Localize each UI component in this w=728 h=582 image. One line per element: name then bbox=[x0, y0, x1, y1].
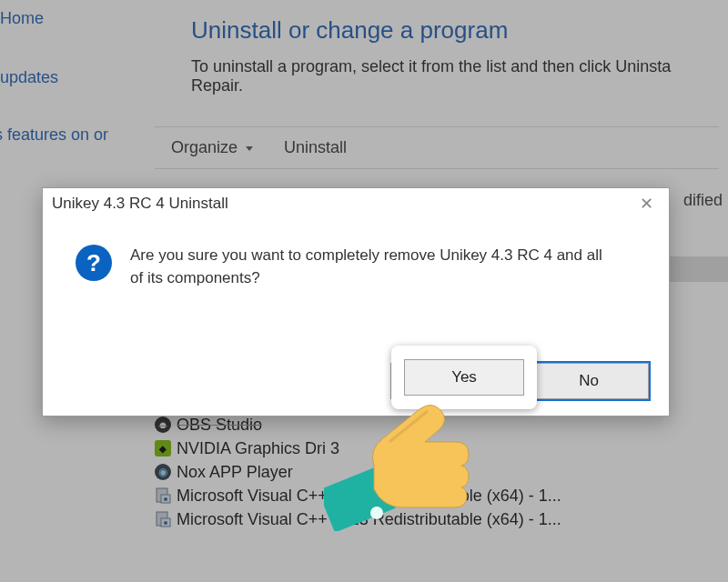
dialog-title: Unikey 4.3 RC 4 Uninstall bbox=[52, 195, 228, 213]
no-button[interactable]: No bbox=[529, 363, 649, 399]
dialog-titlebar: Unikey 4.3 RC 4 Uninstall ✕ bbox=[43, 188, 669, 219]
uninstall-dialog: Unikey 4.3 RC 4 Uninstall ✕ ? Are you su… bbox=[42, 187, 670, 416]
question-icon: ? bbox=[76, 245, 112, 281]
dialog-message: Are you sure you want to completely remo… bbox=[130, 245, 603, 289]
yes-highlight: Yes bbox=[391, 346, 537, 409]
close-button[interactable]: ✕ bbox=[632, 190, 660, 217]
yes-button-highlighted[interactable]: Yes bbox=[404, 359, 524, 396]
close-icon: ✕ bbox=[640, 194, 653, 214]
app-window: Home updates s features on or Uninstall … bbox=[0, 0, 728, 582]
